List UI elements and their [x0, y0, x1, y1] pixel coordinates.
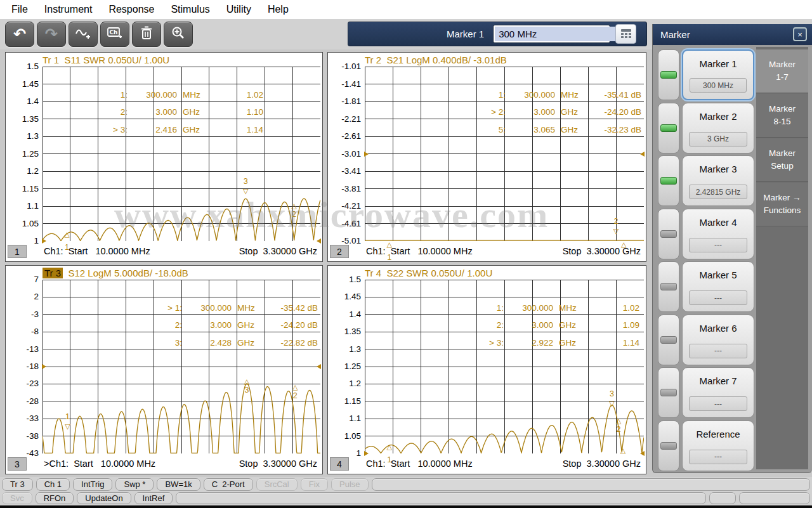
marker-1-button[interactable]: Marker 1300 MHz [682, 49, 754, 100]
status-pill-intref[interactable]: IntRef [134, 492, 173, 505]
marker-7-button[interactable]: Marker 7--- [682, 367, 754, 418]
trace-label[interactable]: Tr 2 [365, 55, 381, 65]
channel-number-tab[interactable]: 2 [330, 245, 349, 258]
trace-title-3[interactable]: Tr 3 S12 LogM 5.000dB/ -18.0dB [43, 268, 188, 278]
y-axis-label: -3.81 [341, 184, 361, 193]
zoom-in-button[interactable] [164, 22, 193, 47]
readout-cell: 3: [157, 334, 182, 351]
trace-title-4[interactable]: Tr 4 S22 SWR 0.050U/ 1.00U [365, 268, 492, 278]
status-pill-rfon[interactable]: RFOn [36, 492, 74, 505]
marker-6-button[interactable]: Marker 6--- [682, 315, 754, 365]
add-channel-button[interactable]: Ch [100, 22, 129, 47]
menu-item-help[interactable]: Help [260, 2, 296, 17]
reference-button[interactable]: Reference--- [682, 420, 754, 471]
readout-cell: 300.000 [504, 299, 553, 316]
led-off-icon [660, 389, 677, 396]
marker-toggle-2[interactable] [658, 103, 679, 153]
tab-marker-functions[interactable]: Marker →Functions [756, 183, 808, 226]
marker-row-3: Marker 32.42815 GHz [658, 155, 754, 206]
readout-cell: -24.20 dB [259, 316, 318, 334]
menu-item-instrument[interactable]: Instrument [37, 2, 100, 17]
tab-marker-8-15[interactable]: Marker8-15 [756, 94, 808, 138]
trace-label[interactable]: Tr 1 [43, 55, 59, 65]
status-pill-swp-[interactable]: Swp * [115, 478, 154, 491]
channel-number-tab[interactable]: 1 [8, 245, 27, 258]
readout-cell: GHz [553, 334, 581, 351]
marker-button-value: --- [689, 396, 747, 411]
trace-label[interactable]: Tr 4 [365, 268, 381, 278]
status-pill-bw-1k[interactable]: BW=1k [157, 478, 200, 491]
marker-toggle-4[interactable] [658, 209, 679, 259]
marker-4-button[interactable]: Marker 4--- [682, 209, 754, 259]
undo-button[interactable]: ↶ [5, 22, 34, 47]
tab-marker-setup[interactable]: MarkerSetup [756, 138, 808, 182]
menu-item-response[interactable]: Response [101, 2, 162, 17]
marker-5-button[interactable]: Marker 5--- [682, 261, 754, 312]
tab-marker-1-7[interactable]: Marker1-7 [756, 49, 808, 93]
y-axis-label: 1.3 [27, 131, 39, 141]
status-pill-ch-1[interactable]: Ch 1 [36, 478, 70, 491]
marker-toggle-5[interactable] [658, 261, 679, 312]
channel-number-tab[interactable]: 4 [330, 457, 349, 471]
redo-button: ↷ [37, 22, 66, 47]
y-axis-label: 1.2 [27, 166, 39, 176]
tab-label-line2: Setup [771, 160, 793, 173]
axis-stop-label: Stop 3.30000 GHz [563, 246, 641, 256]
marker-button-label: Marker 3 [683, 164, 754, 174]
y-axis-label: 1 [356, 448, 361, 458]
led-on-icon [660, 71, 677, 79]
delete-button[interactable] [132, 22, 161, 47]
status-pill-empty [176, 492, 706, 505]
readout-cell: 1: [102, 86, 128, 104]
entry-input-wrap [493, 25, 610, 43]
keypad-button[interactable] [615, 24, 636, 44]
status-pill-updateon[interactable]: UpdateOn [77, 492, 131, 505]
readout-cell: GHz [555, 121, 583, 139]
marker-frequency-input[interactable] [495, 27, 625, 41]
menu-item-file[interactable]: File [4, 2, 36, 17]
marker-toggle-7[interactable] [658, 367, 679, 418]
trace-title-1[interactable]: Tr 1 S11 SWR 0.050U/ 1.00U [43, 55, 169, 65]
marker-button-value: --- [689, 290, 747, 305]
close-icon[interactable]: × [793, 27, 807, 41]
status-pill-fix: Fix [301, 478, 328, 491]
add-trace-button[interactable] [69, 22, 98, 47]
marker-row-5: Marker 5--- [658, 261, 754, 312]
marker-toggle-6[interactable] [658, 315, 679, 365]
readout-cell: 2.922 [504, 334, 553, 351]
menu-item-stimulus[interactable]: Stimulus [163, 2, 217, 17]
marker-3-button[interactable]: Marker 32.42815 GHz [682, 155, 754, 206]
plot-panel-3: Tr 3 S12 LogM 5.000dB/ -18.0dB72-3-8-13-… [5, 265, 323, 474]
marker-toggle-8[interactable] [658, 420, 679, 471]
add-channel-icon: Ch [107, 26, 122, 42]
trace-label[interactable]: Tr 3 [43, 268, 63, 278]
tab-label-line1: Marker → [763, 192, 801, 204]
tab-label-line1: Marker [769, 147, 796, 160]
marker-toggle-3[interactable] [658, 155, 679, 206]
y-axis-label: -3.41 [341, 166, 361, 176]
trace-title-2[interactable]: Tr 2 S21 LogM 0.400dB/ -3.01dB [365, 55, 507, 65]
status-pill-inttrig[interactable]: IntTrig [73, 478, 112, 491]
marker-toggle-1[interactable] [658, 49, 679, 100]
y-axis-label: -3 [31, 309, 39, 319]
menu-item-utility[interactable]: Utility [219, 2, 259, 17]
marker-panel-title: Marker [660, 29, 690, 40]
readout-cell: GHz [177, 121, 205, 139]
readout-cell: 2: [157, 316, 182, 334]
channel-number-tab[interactable]: 3 [8, 457, 27, 471]
keypad-icon [620, 29, 632, 39]
y-axis-label: -1.81 [341, 96, 361, 106]
status-pill-tr-3[interactable]: Tr 3 [2, 478, 33, 491]
y-axis-label: 1.2 [349, 379, 361, 388]
axis-start-label: >Ch1: Start 10.0000 MHz [44, 459, 155, 469]
readout-cell: GHz [177, 103, 205, 121]
redo-icon: ↷ [45, 27, 58, 42]
y-axis-label: 1.05 [344, 431, 361, 441]
y-axis-label: -38 [26, 431, 39, 441]
marker-button-label: Marker 1 [683, 58, 753, 69]
marker-2-button[interactable]: Marker 23 GHz [682, 103, 754, 153]
y-axis-label: -2.61 [341, 131, 361, 141]
measurement-label: S11 SWR 0.050U/ 1.00U [59, 55, 169, 65]
status-pill-c-2-port[interactable]: C 2-Port [204, 478, 253, 491]
marker-readout: > 1:300.000MHz-35.42 dB2:3.000GHz-24.20 … [157, 299, 318, 351]
